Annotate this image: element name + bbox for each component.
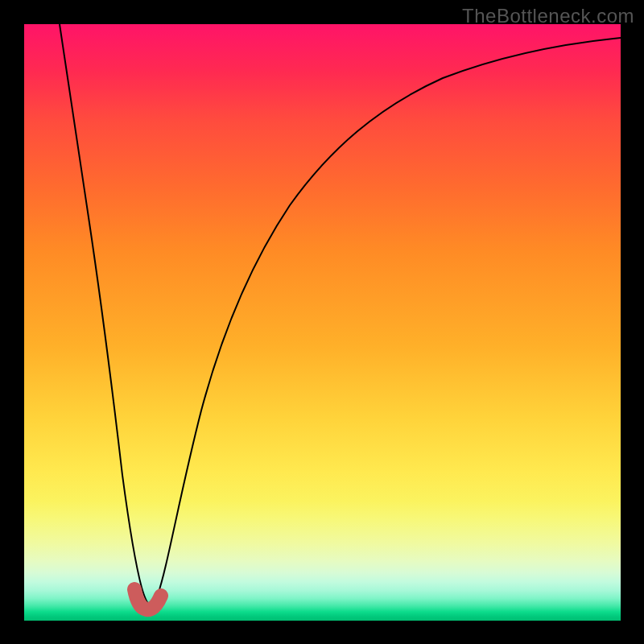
plot-area — [24, 24, 621, 621]
cusp-marker — [134, 589, 161, 609]
watermark-text: TheBottleneck.com — [462, 5, 634, 27]
plot-svg — [24, 24, 621, 621]
bottleneck-curve — [60, 24, 621, 607]
chart-container: TheBottleneck.com — [0, 0, 644, 644]
